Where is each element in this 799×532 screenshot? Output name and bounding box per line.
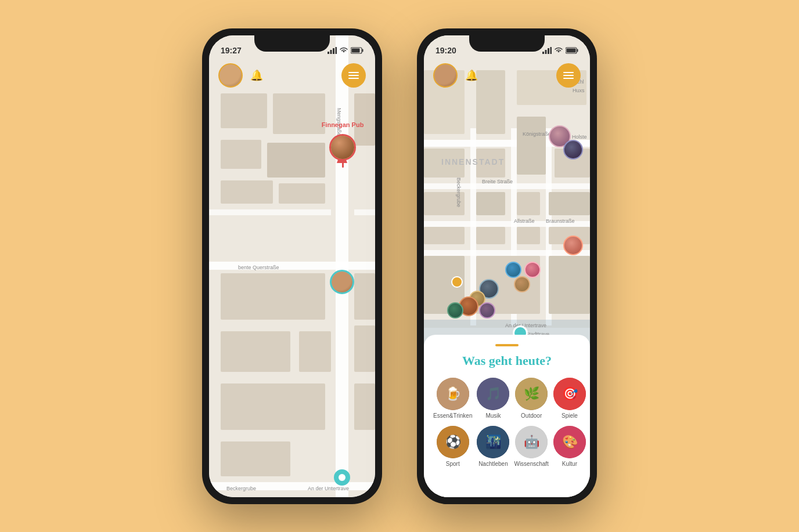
svg-text:🎵: 🎵 [485, 386, 502, 401]
marker-3[interactable] [563, 236, 583, 255]
marker-4[interactable] [524, 262, 541, 278]
user-pin [330, 270, 354, 294]
menu-line-1 [348, 72, 359, 73]
sl-huxs: Huxs [573, 88, 585, 93]
bell-icon-2[interactable]: 🔔 [462, 66, 481, 85]
svg-text:🎯: 🎯 [562, 386, 578, 401]
category-label-sport: Sport [446, 461, 460, 467]
wifi-icon-2 [554, 47, 563, 54]
svg-rect-2 [333, 48, 334, 54]
sheet-title: Was geht heute? [433, 353, 581, 368]
category-label-musik: Musik [485, 412, 501, 419]
svg-rect-0 [327, 52, 329, 54]
notch-2 [469, 35, 545, 52]
category-kultur[interactable]: 🎨 Kultur [553, 426, 586, 467]
user-location-dot [334, 469, 350, 486]
sl-konigstrasse: Königstraße [523, 131, 551, 137]
bottom-sheet: Was geht heute? 🍺 Essen&Trinken [424, 335, 590, 497]
street-label-beckergrube: Beckergrube [226, 486, 256, 491]
category-essen[interactable]: 🍺 Essen&Trinken [433, 378, 472, 419]
map-top-bar-2: 🔔 [424, 63, 590, 88]
sl-braunstrasse: Braunstraße [546, 218, 575, 224]
category-label-nachtleben: Nachtleben [478, 461, 508, 467]
map-top-bar-1: 🔔 [209, 63, 375, 88]
category-icon-spiele: 🎯 [553, 378, 586, 410]
destination-pin[interactable]: Finnegan Pub [329, 134, 356, 168]
marker-11[interactable] [447, 302, 463, 319]
category-icon-outdoor: 🌿 [515, 378, 548, 410]
menu-line-5 [563, 75, 574, 76]
category-icon-sport: ⚽ [437, 426, 469, 458]
menu-button-1[interactable] [341, 63, 366, 88]
svg-rect-11 [550, 47, 552, 54]
sl-beckergrube: Beckergrube [456, 178, 462, 207]
svg-rect-5 [362, 49, 363, 52]
avatar-2[interactable] [433, 63, 458, 88]
svg-rect-14 [567, 48, 576, 52]
marker-10[interactable] [505, 262, 521, 278]
svg-rect-10 [548, 48, 549, 54]
status-icons-2 [542, 47, 578, 54]
sl-untertrave: An der Untertrave [505, 323, 546, 328]
category-sport[interactable]: ⚽ Sport [433, 426, 472, 467]
category-grid: 🍺 Essen&Trinken 🎵 Musik [433, 378, 581, 467]
menu-line-2 [348, 75, 359, 76]
pin-tail [342, 161, 344, 168]
svg-text:⚽: ⚽ [445, 434, 461, 450]
category-spiele[interactable]: 🎯 Spiele [553, 378, 586, 419]
svg-rect-6 [352, 48, 360, 52]
status-icons-1 [327, 47, 363, 54]
orange-dot [451, 276, 463, 288]
category-outdoor[interactable]: 🌿 Outdoor [514, 378, 548, 419]
category-musik[interactable]: 🎵 Musik [477, 378, 509, 419]
marker-5[interactable] [514, 276, 530, 292]
menu-button-2[interactable] [556, 63, 581, 88]
avatar-1[interactable] [218, 63, 243, 88]
notch-1 [254, 35, 330, 52]
category-icon-essen: 🍺 [437, 378, 469, 410]
category-icon-kultur: 🎨 [553, 426, 586, 458]
svg-text:🤖: 🤖 [524, 434, 540, 450]
svg-text:🎨: 🎨 [562, 434, 578, 450]
street-label-untertrave: An der Untertrave [308, 486, 349, 491]
top-left-1: 🔔 [218, 63, 266, 88]
marker-2[interactable] [563, 140, 583, 160]
svg-rect-9 [545, 50, 547, 54]
category-icon-musik: 🎵 [477, 378, 509, 410]
category-label-outdoor: Outdoor [521, 412, 542, 419]
svg-rect-3 [336, 47, 337, 54]
signal-icon-1 [327, 47, 337, 54]
street-label-querstrasse: bente Querstraße [238, 265, 279, 270]
category-label-kultur: Kultur [562, 461, 577, 467]
bell-icon-1[interactable]: 🔔 [247, 66, 266, 85]
category-icon-nachtleben: 🌃 [477, 426, 509, 458]
pin-label: Finnegan Pub [322, 121, 364, 128]
marker-8[interactable] [479, 302, 495, 319]
phone-1: 19:27 [202, 28, 382, 504]
menu-line-3 [348, 78, 359, 79]
svg-rect-13 [577, 49, 578, 52]
category-wissenschaft[interactable]: 🤖 Wissenschaft [514, 426, 548, 467]
menu-line-4 [563, 72, 574, 73]
battery-icon-2 [566, 47, 578, 54]
wifi-icon-1 [339, 47, 348, 54]
category-label-wissenschaft: Wissenschaft [514, 461, 548, 467]
battery-icon-1 [351, 47, 363, 54]
top-left-2: 🔔 [433, 63, 481, 88]
sl-breite: Breite Straße [482, 179, 513, 184]
svg-text:🌃: 🌃 [485, 434, 502, 450]
map-phone1: Mengstraße bente Querstraße Beckergrube … [209, 35, 375, 497]
svg-text:🌿: 🌿 [524, 386, 540, 401]
time-2: 19:20 [436, 46, 456, 55]
category-label-essen: Essen&Trinken [433, 412, 472, 419]
sl-allstrasse: Allstraße [514, 218, 535, 224]
category-icon-wissenschaft: 🤖 [515, 426, 548, 458]
category-nachtleben[interactable]: 🌃 Nachtleben [477, 426, 509, 467]
menu-line-6 [563, 78, 574, 79]
innenstadt-label: INNENSTADT [441, 157, 505, 167]
svg-rect-1 [330, 50, 332, 54]
signal-icon-2 [542, 47, 552, 54]
sheet-handle [495, 344, 519, 346]
svg-rect-8 [542, 52, 544, 54]
pin-circle [329, 134, 356, 161]
